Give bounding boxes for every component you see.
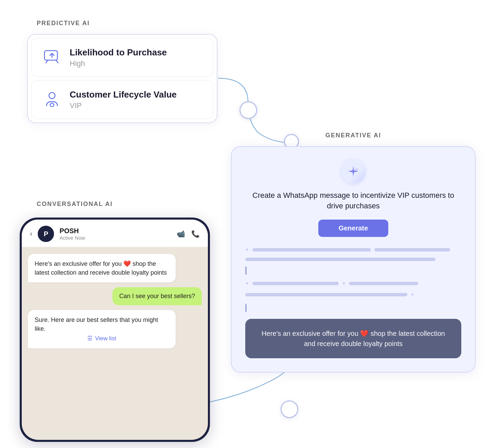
- message-bubble-1: Here's an exclusive offer for you ❤️ sho…: [28, 254, 176, 282]
- message-bubble-3: Sure. Here are our best sellers that you…: [28, 310, 176, 348]
- lifecycle-subtitle: VIP: [70, 101, 177, 110]
- view-list-label[interactable]: View list: [95, 334, 116, 343]
- purchase-text: Likelihood to Purchase High: [70, 47, 167, 68]
- video-call-icon[interactable]: 📹: [177, 230, 185, 238]
- generative-ai-label: GENERATIVE AI: [325, 132, 381, 139]
- mid-connector-line-2: [245, 304, 247, 312]
- avatar: P: [38, 226, 54, 242]
- predictive-row-purchase: Likelihood to Purchase High: [31, 38, 213, 77]
- phone-action-icons: 📹 📞: [177, 230, 200, 238]
- sparkle-circle: [341, 159, 366, 184]
- back-icon[interactable]: ‹: [30, 229, 32, 238]
- connector-node-bottom: [281, 400, 298, 418]
- contact-info: POSH Active Now: [59, 227, 171, 241]
- lifecycle-icon: [41, 89, 63, 110]
- purchase-title: Likelihood to Purchase: [70, 47, 167, 58]
- predictive-card: Likelihood to Purchase High Customer Lif…: [27, 34, 217, 123]
- phone-device: ‹ P POSH Active Now 📹 📞 Here's an exclus…: [20, 218, 210, 442]
- chat-body: Here's an exclusive offer for you ❤️ sho…: [22, 247, 208, 440]
- list-icon: ☰: [87, 334, 92, 343]
- sparkle-area: [245, 159, 461, 184]
- conversational-ai-label: CONVERSATIONAL AI: [37, 201, 113, 208]
- view-list-link[interactable]: ☰ View list: [35, 334, 169, 343]
- svg-rect-0: [45, 51, 57, 60]
- phone-screen: ‹ P POSH Active Now 📹 📞 Here's an exclus…: [22, 220, 208, 440]
- contact-status: Active Now: [59, 235, 171, 241]
- svg-point-1: [49, 92, 55, 99]
- purchase-icon: [41, 47, 63, 68]
- message-bubble-2: Can I see your best sellers?: [112, 287, 202, 305]
- connector-node-top: [239, 101, 257, 119]
- generative-result: Here's an exclusive offer for you ❤️ sho…: [245, 319, 461, 358]
- generation-lines: + + + +: [245, 246, 461, 313]
- generate-button[interactable]: Generate: [318, 220, 389, 237]
- voice-call-icon[interactable]: 📞: [191, 230, 200, 238]
- contact-name: POSH: [59, 227, 171, 235]
- generative-card: Create a WhatsApp message to incentivize…: [231, 146, 476, 373]
- lifecycle-text: Customer Lifecycle Value VIP: [70, 89, 177, 110]
- generative-prompt: Create a WhatsApp message to incentivize…: [245, 190, 461, 211]
- predictive-ai-label: PREDICTIVE AI: [37, 20, 90, 27]
- purchase-subtitle: High: [70, 59, 167, 68]
- lifecycle-title: Customer Lifecycle Value: [70, 89, 177, 100]
- phone-header: ‹ P POSH Active Now 📹 📞: [22, 220, 208, 247]
- predictive-row-lifecycle: Customer Lifecycle Value VIP: [31, 80, 213, 119]
- mid-connector-line: [245, 266, 247, 275]
